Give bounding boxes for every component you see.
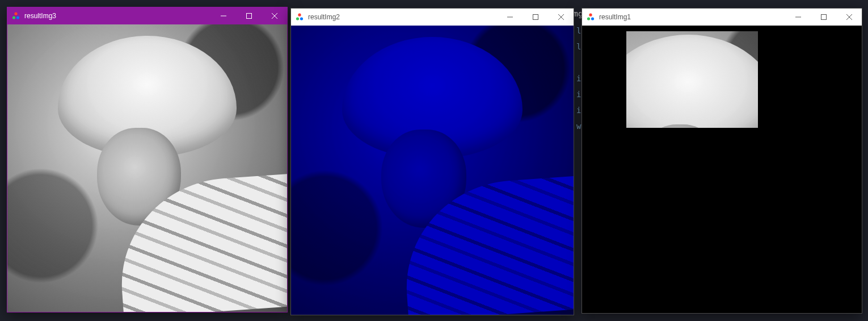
opencv-icon	[296, 13, 304, 21]
window-controls	[497, 9, 574, 26]
maximize-button[interactable]	[811, 9, 836, 26]
svg-point-8	[296, 17, 299, 20]
window-resultimg1[interactable]: resultImg1	[582, 8, 862, 314]
masked-image-region	[626, 31, 758, 128]
svg-rect-18	[821, 15, 826, 20]
blue-tint-overlay	[291, 26, 574, 315]
svg-rect-4	[246, 14, 251, 19]
close-button[interactable]	[262, 7, 287, 24]
image-viewport	[582, 26, 862, 313]
opencv-icon	[587, 13, 595, 21]
svg-point-1	[12, 16, 15, 19]
window-resultimg3[interactable]: resultImg3	[7, 7, 288, 312]
titlebar[interactable]: resultImg2	[291, 9, 574, 26]
maximize-button[interactable]	[236, 7, 262, 24]
svg-point-7	[298, 14, 301, 16]
grayscale-image	[7, 24, 287, 312]
window-controls	[785, 9, 862, 26]
close-button[interactable]	[836, 9, 862, 26]
svg-point-9	[300, 17, 303, 20]
window-controls	[210, 7, 287, 24]
window-title: resultImg3	[24, 12, 210, 20]
titlebar[interactable]: resultImg1	[582, 9, 862, 26]
close-button[interactable]	[548, 9, 574, 26]
window-title: resultImg2	[308, 13, 497, 21]
svg-rect-11	[533, 15, 538, 20]
minimize-button[interactable]	[785, 9, 811, 26]
window-title: resultImg1	[599, 13, 785, 21]
svg-point-15	[587, 17, 590, 20]
maximize-button[interactable]	[523, 9, 548, 26]
grayscale-crop	[626, 31, 758, 128]
editor-gutter-hints: l l i i i w	[576, 23, 581, 134]
svg-point-0	[14, 12, 17, 15]
image-viewport	[291, 26, 574, 315]
opencv-icon	[12, 12, 20, 20]
svg-point-16	[591, 17, 594, 20]
minimize-button[interactable]	[210, 7, 236, 24]
image-viewport	[7, 24, 287, 312]
minimize-button[interactable]	[497, 9, 523, 26]
svg-point-14	[589, 14, 592, 16]
titlebar[interactable]: resultImg3	[7, 7, 287, 24]
svg-point-2	[16, 16, 19, 19]
window-resultimg2[interactable]: resultImg2	[290, 8, 574, 315]
